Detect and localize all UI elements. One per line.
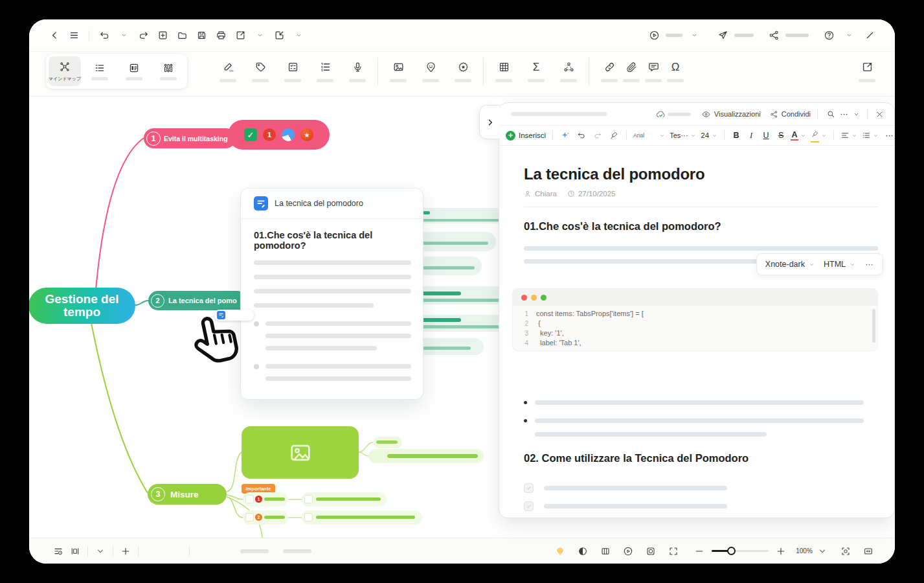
sheet-tab-placeholder[interactable] [283,549,311,553]
fit-map-icon[interactable] [837,543,854,560]
tab-outline[interactable] [84,56,115,86]
task-checkbox[interactable] [245,513,254,521]
collapse-icon[interactable] [850,111,862,118]
search-icon[interactable] [824,109,837,119]
task-node[interactable]: 2 [243,510,288,525]
formula-tool[interactable]: Σ [525,61,547,82]
progress-view-icon[interactable] [574,543,591,560]
note-preview-card[interactable]: La tecnica del pomodoro 01.Che cos'è la … [240,188,423,400]
new-file-icon[interactable] [154,27,171,44]
font-color-button[interactable]: A [791,130,806,141]
document-body[interactable]: La tecnica del pomodoro Chiara 27/10/202… [499,165,894,511]
help-button[interactable] [820,27,857,44]
task-node[interactable] [302,492,387,507]
strikethrough-button[interactable]: S [776,131,786,140]
subtopic-placeholder[interactable] [368,449,484,463]
notes-tool[interactable] [217,61,239,82]
sheet-tab-placeholder[interactable] [240,549,269,553]
zoom-dropdown-icon[interactable] [814,543,831,560]
export-dropdown-icon[interactable] [251,27,268,44]
print-icon[interactable] [212,27,229,44]
attachment-tool[interactable] [620,61,642,82]
panel-collapse-tab[interactable] [479,105,500,139]
more-icon[interactable] [837,109,850,119]
tab-timeline[interactable] [153,56,185,86]
font-size-select[interactable]: 24 [701,131,717,139]
save-icon[interactable] [193,27,210,44]
zoom-slider-knob[interactable] [727,547,736,555]
close-icon[interactable] [873,110,886,119]
task-node[interactable] [302,510,422,525]
symbol-tool[interactable]: Ω [664,61,686,82]
resize-handle-icon[interactable] [861,27,878,44]
slideshow-icon[interactable] [67,543,84,560]
zoom-slider[interactable] [712,550,769,552]
relationship-tool[interactable] [558,61,580,82]
audio-tool[interactable] [346,61,368,82]
open-folder-icon[interactable] [174,27,190,44]
redo-icon[interactable] [135,27,152,44]
more-icon[interactable] [883,131,895,141]
help-icon[interactable] [820,27,837,44]
fullscreen-icon[interactable] [665,543,682,560]
checkbox-marker-icon[interactable]: ✓ [244,128,257,141]
zoom-in-icon[interactable] [772,543,789,560]
format-painter-icon[interactable] [608,131,620,140]
views-button[interactable]: Visualizzazioni [701,109,761,119]
sticker-tool[interactable] [420,61,442,82]
center-view-icon[interactable] [642,543,659,560]
table-tool[interactable] [493,61,515,82]
present-dropdown-icon[interactable] [686,27,703,44]
ai-sparkle-icon[interactable] [559,130,571,141]
todo-checkbox[interactable] [524,483,534,493]
image-tool[interactable] [387,61,409,82]
play-presentation-icon[interactable] [620,543,637,560]
insert-button[interactable]: + Inserisci [506,131,546,141]
share-button[interactable]: Condividi [770,110,811,119]
marker-group-node[interactable]: ✓ 1 ★ [228,120,330,150]
code-block[interactable]: 1const items: TabsProps['items'] = [ 2 {… [512,288,878,351]
task-checkbox[interactable] [304,513,313,521]
share-nodes-icon[interactable] [765,27,782,44]
send-button[interactable] [714,27,754,44]
share-button[interactable] [765,27,809,44]
zoom-out-icon[interactable] [691,543,708,560]
share-export-tool[interactable] [856,61,878,82]
sheet-dropdown-icon[interactable] [92,543,109,560]
redo-icon[interactable] [592,131,603,140]
present-button[interactable] [646,27,703,44]
todo-checkbox[interactable] [524,501,534,511]
undo-icon[interactable] [96,27,113,44]
more-icon[interactable] [864,260,874,269]
tag-tool[interactable] [249,61,271,82]
image-topic-node[interactable] [242,426,359,479]
root-topic[interactable]: Gestione del tempo [29,288,135,324]
undo-icon[interactable] [576,131,587,140]
tab-mindmap[interactable]: マインドマップ [49,56,81,86]
upgrade-gem-icon[interactable] [552,543,569,560]
toolbar-collapse-icon[interactable] [290,27,307,44]
add-sheet-icon[interactable] [117,543,134,560]
branch-topic-2[interactable]: 2 La tecnica del pomo [148,291,247,310]
task-tool[interactable] [282,61,304,82]
highlight-button[interactable] [811,129,827,143]
font-family-select[interactable]: Arial [633,132,665,139]
numbering-tool[interactable] [314,61,336,82]
priority-marker-icon[interactable]: 1 [263,128,276,141]
undo-dropdown-icon[interactable] [115,27,132,44]
main-menu-icon[interactable] [65,27,82,44]
progress-marker-icon[interactable] [282,128,295,141]
subtopic-placeholder[interactable] [373,437,402,448]
outline-panel-icon[interactable] [50,543,67,560]
pages-view-icon[interactable] [597,543,614,560]
code-theme-select[interactable]: Xnote-dark [765,260,805,269]
tab-board[interactable] [118,56,150,86]
align-select[interactable] [840,131,857,140]
branch-topic-3[interactable]: 3 Misure [148,484,227,505]
task-checkbox[interactable] [245,495,254,503]
list-select[interactable] [862,131,879,140]
code-scrollbar[interactable] [872,309,875,343]
underline-button[interactable]: U [761,131,771,140]
export-icon[interactable] [232,27,249,44]
fit-width-icon[interactable] [860,543,877,560]
